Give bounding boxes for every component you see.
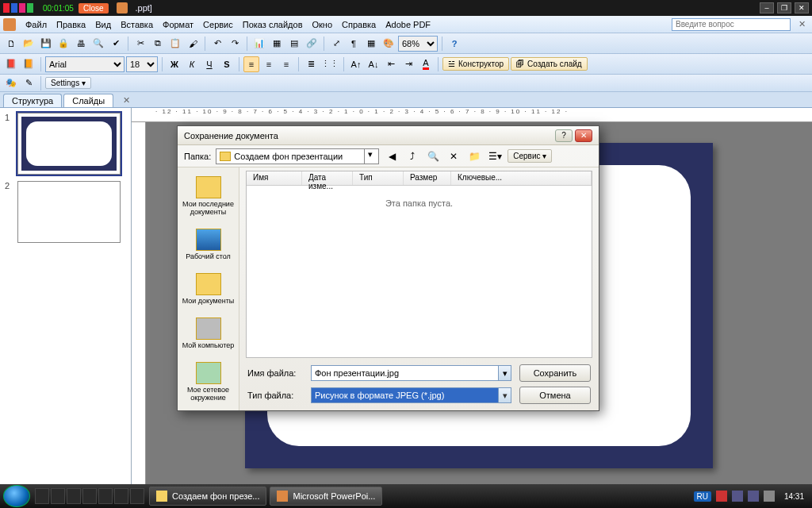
help-search-input[interactable] bbox=[672, 18, 791, 31]
window-restore-button[interactable]: ❐ bbox=[777, 2, 791, 13]
numbering-icon[interactable]: ≣ bbox=[303, 56, 319, 72]
decrease-indent-icon[interactable]: ⇤ bbox=[383, 56, 399, 72]
filetype-select[interactable]: Рисунок в формате JPEG (*.jpg) ▾ bbox=[311, 387, 511, 403]
delete-icon[interactable]: ✕ bbox=[446, 148, 462, 164]
help-icon[interactable]: ? bbox=[446, 36, 462, 52]
settings-button[interactable]: Settings ▾ bbox=[45, 77, 91, 89]
pdf-icon[interactable]: 📕 bbox=[3, 56, 19, 72]
align-left-icon[interactable]: ≡ bbox=[243, 56, 259, 72]
menu-file[interactable]: Файл bbox=[21, 18, 52, 31]
menu-format[interactable]: Формат bbox=[158, 18, 198, 31]
col-type[interactable]: Тип bbox=[353, 171, 404, 185]
permissions-icon[interactable]: 🔒 bbox=[56, 36, 71, 52]
tray-language[interactable]: RU bbox=[694, 491, 711, 502]
menu-slideshow[interactable]: Показ слайдов bbox=[238, 18, 308, 31]
color-icon[interactable]: 🎨 bbox=[381, 36, 396, 52]
recorder-close-button[interactable]: Close bbox=[79, 3, 109, 13]
new-icon[interactable]: 🗋 bbox=[3, 36, 19, 52]
menu-edit[interactable]: Правка bbox=[52, 18, 90, 31]
slide-thumbnails-pane[interactable]: 1 2 bbox=[0, 108, 132, 489]
align-center-icon[interactable]: ≡ bbox=[261, 56, 277, 72]
place-mydocs[interactable]: Мои документы bbox=[180, 269, 237, 309]
table-icon[interactable]: ▦ bbox=[269, 36, 285, 52]
increase-font-icon[interactable]: A↑ bbox=[348, 56, 364, 72]
doc-close-button[interactable]: ✕ bbox=[795, 19, 809, 29]
filetype-dropdown-icon[interactable]: ▾ bbox=[498, 388, 511, 402]
tray-volume-icon[interactable] bbox=[764, 491, 775, 502]
menu-window[interactable]: Окно bbox=[308, 18, 338, 31]
ql-icon[interactable] bbox=[82, 488, 97, 504]
slide-thumb-2[interactable]: 2 bbox=[5, 181, 126, 243]
ql-icon[interactable] bbox=[98, 488, 113, 504]
chart-icon[interactable]: 📊 bbox=[251, 36, 267, 52]
save-button[interactable]: Сохранить bbox=[519, 364, 591, 382]
help-search[interactable] bbox=[672, 18, 791, 31]
file-list[interactable]: Имя Дата изме... Тип Размер Ключевые... … bbox=[246, 171, 592, 358]
ql-icon[interactable] bbox=[35, 488, 49, 504]
decrease-font-icon[interactable]: A↓ bbox=[366, 56, 381, 72]
grid-icon[interactable]: ▦ bbox=[363, 36, 379, 52]
col-size[interactable]: Размер bbox=[404, 171, 451, 185]
spellcheck-icon[interactable]: ✔ bbox=[108, 36, 124, 52]
expand-icon[interactable]: ⤢ bbox=[328, 36, 344, 52]
tools-menu-button[interactable]: Сервис ▾ bbox=[508, 149, 552, 163]
mask-icon[interactable]: 🎭 bbox=[3, 75, 19, 91]
preview-icon[interactable]: 🔍 bbox=[90, 36, 106, 52]
tray-clock[interactable]: 14:31 bbox=[779, 492, 809, 501]
font-select[interactable]: Arial bbox=[45, 56, 124, 72]
fontcolor-icon[interactable]: A bbox=[418, 56, 434, 72]
align-right-icon[interactable]: ≡ bbox=[278, 56, 294, 72]
taskbar-app-folder[interactable]: Создаем фон презе... bbox=[149, 487, 266, 506]
hyperlink-icon[interactable]: 🔗 bbox=[304, 36, 320, 52]
undo-icon[interactable]: ↶ bbox=[209, 36, 225, 52]
print-icon[interactable]: 🖶 bbox=[73, 36, 89, 52]
fontsize-select[interactable]: 18 bbox=[126, 56, 158, 72]
italic-icon[interactable]: К bbox=[184, 56, 200, 72]
tab-close-button[interactable]: ✕ bbox=[118, 94, 135, 107]
folder-select[interactable]: Создаем фон презентации ▾ bbox=[216, 148, 379, 164]
tab-structure[interactable]: Структура bbox=[3, 94, 62, 107]
zoom-select[interactable]: 68% bbox=[398, 36, 438, 52]
search-icon[interactable]: 🔍 bbox=[425, 148, 441, 164]
start-button[interactable] bbox=[3, 485, 30, 507]
slide-thumb-1[interactable]: 1 bbox=[5, 113, 126, 175]
bold-icon[interactable]: Ж bbox=[167, 56, 182, 72]
ql-icon[interactable] bbox=[130, 488, 144, 504]
increase-indent-icon[interactable]: ⇥ bbox=[400, 56, 416, 72]
ql-icon[interactable] bbox=[51, 488, 65, 504]
cancel-button[interactable]: Отмена bbox=[519, 387, 591, 404]
filename-dropdown-icon[interactable]: ▾ bbox=[498, 366, 511, 380]
dialog-help-button[interactable]: ? bbox=[555, 129, 573, 142]
edit-icon[interactable]: ✎ bbox=[21, 75, 36, 91]
back-icon[interactable]: ◀ bbox=[384, 148, 400, 164]
col-name[interactable]: Имя bbox=[247, 171, 302, 185]
dialog-titlebar[interactable]: Сохранение документа ? ✕ bbox=[178, 126, 599, 145]
place-mycomputer[interactable]: Мой компьютер bbox=[180, 314, 237, 353]
show-formatting-icon[interactable]: ¶ bbox=[346, 36, 362, 52]
place-network[interactable]: Мое сетевое окружение bbox=[180, 358, 237, 406]
tab-slides[interactable]: Слайды bbox=[63, 94, 113, 107]
col-keywords[interactable]: Ключевые... bbox=[451, 171, 592, 185]
window-minimize-button[interactable]: – bbox=[760, 2, 774, 13]
menu-help[interactable]: Справка bbox=[337, 18, 381, 31]
save-icon[interactable]: 💾 bbox=[38, 36, 54, 52]
cut-icon[interactable]: ✂ bbox=[132, 36, 148, 52]
new-slide-button[interactable]: 🗐 Создать слайд bbox=[511, 57, 588, 71]
menu-tools[interactable]: Сервис bbox=[198, 18, 238, 31]
tables-borders-icon[interactable]: ▤ bbox=[286, 36, 302, 52]
bullets-icon[interactable]: ⋮⋮ bbox=[320, 56, 339, 72]
newfolder-icon[interactable]: 📁 bbox=[466, 148, 482, 164]
window-close-button[interactable]: ✕ bbox=[795, 2, 809, 13]
tray-icon[interactable] bbox=[716, 491, 727, 502]
tray-icon[interactable] bbox=[732, 491, 743, 502]
dialog-close-button[interactable]: ✕ bbox=[575, 129, 592, 142]
place-desktop[interactable]: Рабочий стол bbox=[180, 225, 237, 264]
col-date[interactable]: Дата изме... bbox=[302, 171, 353, 185]
slide-design-button[interactable]: ☱ Конструктор bbox=[442, 57, 509, 71]
open-icon[interactable]: 📂 bbox=[21, 36, 36, 52]
tray-icon[interactable] bbox=[748, 491, 759, 502]
copy-icon[interactable]: ⧉ bbox=[150, 36, 166, 52]
menu-view[interactable]: Вид bbox=[90, 18, 116, 31]
formatpainter-icon[interactable]: 🖌 bbox=[185, 36, 201, 52]
menu-insert[interactable]: Вставка bbox=[116, 18, 158, 31]
